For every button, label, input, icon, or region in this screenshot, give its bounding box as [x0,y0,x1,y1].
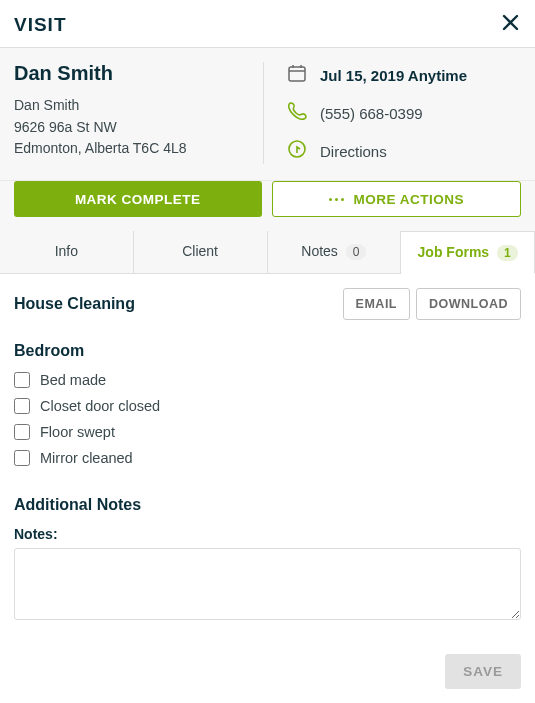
phone-icon [286,100,308,126]
checkbox-closet-door[interactable] [14,398,30,414]
visit-details: Jul 15, 2019 Anytime (555) 668-0399 Dire… [263,62,521,164]
tab-client[interactable]: Client [134,231,268,273]
checklist-item: Bed made [14,372,521,388]
tab-info[interactable]: Info [0,231,134,273]
notes-textarea[interactable] [14,548,521,620]
calendar-icon [286,62,308,88]
bedroom-section-title: Bedroom [14,342,521,360]
visit-modal: VISIT Dan Smith Dan Smith 9626 96a St NW… [0,0,535,703]
checkbox-label[interactable]: Floor swept [40,424,115,440]
bedroom-checklist: Bed made Closet door closed Floor swept … [14,372,521,476]
tab-job-forms[interactable]: Job Forms 1 [401,231,535,274]
directions-icon [286,138,308,164]
modal-title: VISIT [14,14,67,36]
customer-info: Dan Smith Dan Smith 9626 96a St NW Edmon… [14,62,263,164]
job-forms-count-badge: 1 [497,245,518,261]
directions-row[interactable]: Directions [286,138,521,164]
save-button[interactable]: SAVE [445,654,521,689]
date-row: Jul 15, 2019 Anytime [286,62,521,88]
additional-notes-title: Additional Notes [14,496,521,514]
tab-job-forms-label: Job Forms [418,244,490,260]
address-line-1: 9626 96a St NW [14,117,249,139]
contact-name: Dan Smith [14,95,249,117]
form-title: House Cleaning [14,295,135,313]
tabs: Info Client Notes 0 Job Forms 1 [0,231,535,274]
info-section: Dan Smith Dan Smith 9626 96a St NW Edmon… [0,48,535,181]
notes-label: Notes: [14,526,521,542]
svg-rect-0 [289,67,305,81]
email-button[interactable]: EMAIL [343,288,410,320]
checkbox-mirror-cleaned[interactable] [14,450,30,466]
visit-date: Jul 15, 2019 Anytime [320,67,467,84]
tab-client-label: Client [182,243,218,259]
checkbox-floor-swept[interactable] [14,424,30,440]
checkbox-bed-made[interactable] [14,372,30,388]
checkbox-label[interactable]: Closet door closed [40,398,160,414]
form-actions: EMAIL DOWNLOAD [343,288,521,320]
mark-complete-button[interactable]: MARK COMPLETE [14,181,262,217]
tab-notes[interactable]: Notes 0 [268,231,402,273]
more-actions-button[interactable]: MORE ACTIONS [272,181,522,217]
tab-info-label: Info [55,243,78,259]
customer-name: Dan Smith [14,62,249,85]
checkbox-label[interactable]: Bed made [40,372,106,388]
more-icon [329,198,344,201]
address-line-2: Edmonton, Alberta T6C 4L8 [14,138,249,160]
phone-row: (555) 668-0399 [286,100,521,126]
modal-header: VISIT [0,0,535,48]
notes-count-badge: 0 [346,244,367,260]
tab-notes-label: Notes [301,243,338,259]
directions-label: Directions [320,143,387,160]
phone-number: (555) 668-0399 [320,105,423,122]
close-icon[interactable] [500,12,521,37]
action-row: MARK COMPLETE MORE ACTIONS [0,181,535,231]
checklist-item: Closet door closed [14,398,521,414]
checklist-item: Mirror cleaned [14,450,521,466]
checklist-item: Floor swept [14,424,521,440]
form-content: House Cleaning EMAIL DOWNLOAD Bedroom Be… [0,274,535,644]
form-header: House Cleaning EMAIL DOWNLOAD [14,288,521,320]
form-footer: SAVE [0,644,535,703]
download-button[interactable]: DOWNLOAD [416,288,521,320]
checkbox-label[interactable]: Mirror cleaned [40,450,133,466]
more-actions-label: MORE ACTIONS [354,192,465,207]
